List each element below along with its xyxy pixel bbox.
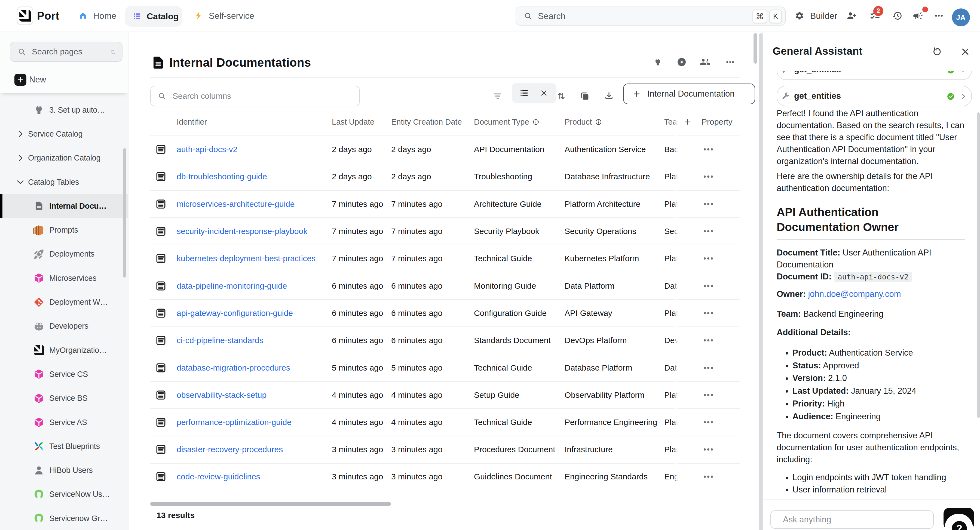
- announcements-button[interactable]: [913, 0, 923, 32]
- row-identifier-link[interactable]: performance-optimization-guide: [177, 409, 291, 436]
- sidebar-item[interactable]: Service CS: [0, 362, 128, 386]
- sidebar-search-input[interactable]: Search pages: [10, 41, 123, 62]
- sidebar-item[interactable]: Service BS: [0, 386, 128, 410]
- tab-self-service[interactable]: Self-service: [194, 0, 254, 32]
- sidebar-item[interactable]: Catalog Tables: [0, 170, 128, 194]
- sidebar-item[interactable]: Deployments: [0, 242, 128, 266]
- port-logo[interactable]: [17, 6, 33, 25]
- sort-button[interactable]: [555, 86, 567, 106]
- row-identifier-link[interactable]: auth-api-docs-v2: [177, 136, 237, 163]
- row-actions-button[interactable]: [678, 436, 739, 463]
- table-row[interactable]: observability-stack-setup 4 minutes ago …: [150, 381, 740, 408]
- row-identifier-link[interactable]: ci-cd-pipeline-standards: [177, 327, 264, 354]
- column-search-input[interactable]: Search columns: [150, 86, 360, 106]
- table-row[interactable]: auth-api-docs-v2 2 days ago 2 days ago A…: [150, 135, 740, 163]
- sidebar-item[interactable]: Developers: [0, 314, 128, 338]
- row-identifier-link[interactable]: code-review-guidelines: [177, 463, 260, 490]
- table-row[interactable]: ci-cd-pipeline-standards 6 minutes ago 6…: [150, 327, 740, 354]
- download-button[interactable]: [603, 86, 615, 106]
- global-search-input[interactable]: Search ⌘ K: [515, 6, 786, 25]
- add-property-button[interactable]: Property: [678, 108, 739, 135]
- sidebar-item[interactable]: Internal Docu…: [0, 194, 128, 218]
- row-identifier-link[interactable]: security-incident-response-playbook: [177, 218, 307, 244]
- row-actions-button[interactable]: [678, 354, 739, 381]
- sidebar-item[interactable]: Service Catalog: [0, 122, 128, 146]
- history-button[interactable]: [892, 0, 902, 32]
- avatar[interactable]: JA: [952, 8, 970, 26]
- main-vertical-scrollbar[interactable]: [754, 33, 757, 63]
- builder-button[interactable]: Builder: [795, 0, 837, 32]
- tab-home[interactable]: Home: [79, 0, 116, 32]
- table-row[interactable]: code-review-guidelines 3 minutes ago 3 m…: [150, 463, 740, 490]
- row-identifier-link[interactable]: api-gateway-configuration-guide: [177, 300, 293, 327]
- row-actions-button[interactable]: [678, 135, 739, 163]
- new-button[interactable]: New: [0, 71, 128, 89]
- sidebar-item[interactable]: ServiceNow Us…: [0, 482, 128, 506]
- table-row[interactable]: db-troubleshooting-guide 2 days ago 2 da…: [150, 163, 740, 190]
- tool-call-chip[interactable]: get_entities: [776, 71, 972, 80]
- row-identifier-link[interactable]: kubernetes-deployment-best-practices: [177, 245, 315, 272]
- table-row[interactable]: disaster-recovery-procedures 3 minutes a…: [150, 436, 740, 463]
- close-button[interactable]: [960, 46, 971, 57]
- audience-button[interactable]: [699, 56, 711, 68]
- sidebar-item[interactable]: Deployment W…: [0, 290, 128, 314]
- sidebar-item[interactable]: Service AS: [0, 410, 128, 434]
- col-entity-creation-date[interactable]: Entity Creation Date: [391, 108, 462, 135]
- sidebar-scrollbar[interactable]: [123, 148, 126, 278]
- col-product[interactable]: Product: [565, 108, 602, 135]
- filter-button[interactable]: [492, 86, 504, 106]
- table-row[interactable]: database-migration-procedures 5 minutes …: [150, 354, 740, 381]
- sidebar-item[interactable]: Microservices: [0, 266, 128, 290]
- pinwheel-icon: [33, 440, 45, 452]
- row-identifier-link[interactable]: data-pipeline-monitoring-guide: [177, 272, 287, 299]
- add-entity-button[interactable]: Internal Documentation: [623, 84, 755, 104]
- sidebar-item[interactable]: Prompts: [0, 218, 128, 242]
- page-more-button[interactable]: [724, 56, 736, 68]
- row-identifier-link[interactable]: observability-stack-setup: [177, 382, 267, 408]
- row-identifier-link[interactable]: db-troubleshooting-guide: [177, 163, 267, 190]
- panel-resize-handle[interactable]: [759, 33, 762, 530]
- row-actions-button[interactable]: [678, 244, 739, 272]
- sidebar-item[interactable]: 3. Set up auto…: [0, 98, 128, 122]
- row-identifier-link[interactable]: microservices-architecture-guide: [177, 191, 294, 217]
- owner-email-link[interactable]: john.doe@company.com: [808, 289, 901, 299]
- sidebar-item[interactable]: Servicenow Gr…: [0, 506, 128, 530]
- tool-call-chip[interactable]: get_entities: [776, 86, 972, 106]
- row-actions-button[interactable]: [678, 463, 739, 490]
- row-actions-button[interactable]: [678, 163, 739, 190]
- col-document-type[interactable]: Document Type: [474, 108, 539, 135]
- sidebar-item[interactable]: HiBob Users: [0, 458, 128, 482]
- table-row[interactable]: microservices-architecture-guide 7 minut…: [150, 190, 740, 217]
- list-view-button[interactable]: [515, 83, 533, 103]
- table-row[interactable]: data-pipeline-monitoring-guide 6 minutes…: [150, 272, 740, 299]
- col-identifier[interactable]: Identifier: [177, 108, 207, 135]
- row-actions-button[interactable]: [678, 381, 739, 408]
- reset-button[interactable]: [932, 46, 942, 57]
- tab-catalog[interactable]: Catalog: [125, 6, 182, 27]
- invite-user-button[interactable]: [846, 0, 857, 32]
- row-actions-button[interactable]: [678, 217, 739, 244]
- row-actions-button[interactable]: [678, 190, 739, 217]
- datasources-button[interactable]: [652, 56, 664, 68]
- sidebar-item[interactable]: Test Blueprints: [0, 434, 128, 458]
- row-identifier-link[interactable]: disaster-recovery-procedures: [177, 436, 283, 463]
- copy-button[interactable]: [579, 86, 591, 106]
- table-row[interactable]: api-gateway-configuration-guide 6 minute…: [150, 299, 740, 327]
- assistant-scrollbar[interactable]: [977, 113, 980, 418]
- sidebar-item[interactable]: MyOrganizatio…: [0, 338, 128, 362]
- row-actions-button[interactable]: [678, 299, 739, 327]
- more-menu-button[interactable]: [935, 0, 943, 32]
- sidebar-item[interactable]: Organization Catalog: [0, 146, 128, 170]
- row-actions-button[interactable]: [678, 327, 739, 354]
- row-actions-button[interactable]: [678, 408, 739, 436]
- clear-view-button[interactable]: [535, 83, 553, 103]
- run-button[interactable]: [676, 56, 687, 68]
- ask-input[interactable]: Ask anything: [770, 510, 934, 528]
- k-keycap: K: [769, 10, 782, 23]
- row-actions-button[interactable]: [678, 272, 739, 299]
- row-identifier-link[interactable]: database-migration-procedures: [177, 354, 290, 381]
- col-last-update[interactable]: Last Update: [332, 108, 374, 135]
- table-row[interactable]: kubernetes-deployment-best-practices 7 m…: [150, 244, 740, 272]
- table-row[interactable]: security-incident-response-playbook 7 mi…: [150, 217, 740, 244]
- table-row[interactable]: performance-optimization-guide 4 minutes…: [150, 408, 740, 436]
